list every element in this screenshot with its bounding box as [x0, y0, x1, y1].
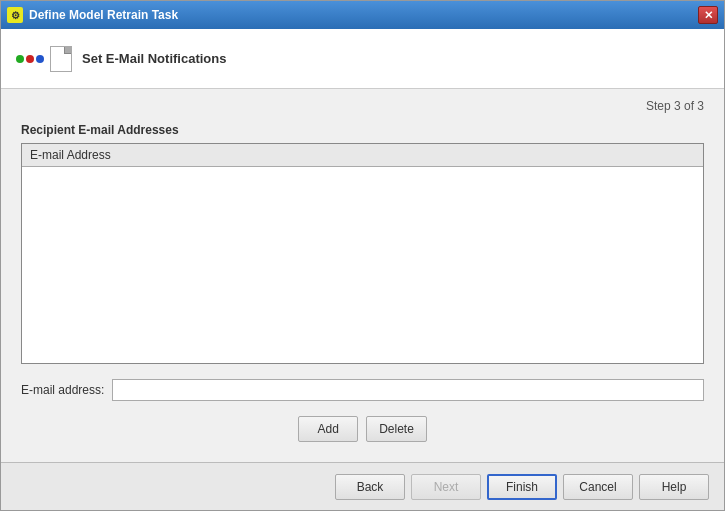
- recipient-section-label: Recipient E-mail Addresses: [21, 123, 704, 137]
- title-bar: ⚙ Define Model Retrain Task ✕: [1, 1, 724, 29]
- next-button: Next: [411, 474, 481, 500]
- title-bar-left: ⚙ Define Model Retrain Task: [7, 7, 178, 23]
- dot-blue-icon: [36, 55, 44, 63]
- close-button[interactable]: ✕: [698, 6, 718, 24]
- step-indicator: Step 3 of 3: [21, 99, 704, 113]
- finish-button[interactable]: Finish: [487, 474, 557, 500]
- header-area: Set E-Mail Notifications: [1, 29, 724, 89]
- email-input-row: E-mail address:: [21, 379, 704, 401]
- header-icon: [16, 46, 72, 72]
- delete-button[interactable]: Delete: [366, 416, 427, 442]
- back-button[interactable]: Back: [335, 474, 405, 500]
- table-body: [22, 167, 703, 360]
- content-area: Step 3 of 3 Recipient E-mail Addresses E…: [1, 89, 724, 462]
- dot-red-icon: [26, 55, 34, 63]
- window: ⚙ Define Model Retrain Task ✕ Set E-Mail…: [0, 0, 725, 511]
- email-table-container: E-mail Address: [21, 143, 704, 364]
- help-button[interactable]: Help: [639, 474, 709, 500]
- window-icon: ⚙: [7, 7, 23, 23]
- email-input-label: E-mail address:: [21, 383, 104, 397]
- table-column-header: E-mail Address: [22, 144, 703, 167]
- dot-green-icon: [16, 55, 24, 63]
- header-title: Set E-Mail Notifications: [82, 51, 226, 66]
- doc-icon: [50, 46, 72, 72]
- add-delete-button-row: Add Delete: [21, 416, 704, 442]
- add-button[interactable]: Add: [298, 416, 358, 442]
- cancel-button[interactable]: Cancel: [563, 474, 633, 500]
- bottom-bar: Back Next Finish Cancel Help: [1, 462, 724, 510]
- email-input-field[interactable]: [112, 379, 704, 401]
- window-title: Define Model Retrain Task: [29, 8, 178, 22]
